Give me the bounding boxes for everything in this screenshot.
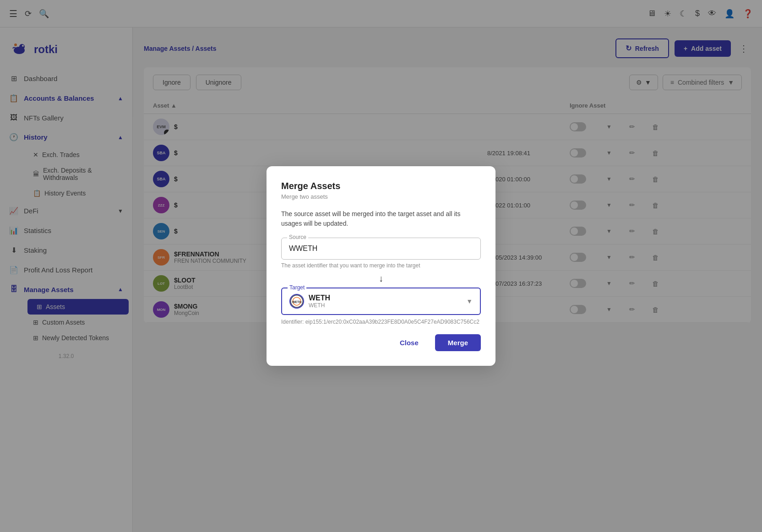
- source-hint: The asset identifier that you want to me…: [281, 262, 481, 269]
- target-chevron-icon: ▼: [466, 298, 473, 305]
- target-symbol: WETH: [309, 302, 462, 309]
- target-field-wrapper[interactable]: Target WETH WETH WETH ▼: [281, 288, 481, 315]
- svg-text:WETH: WETH: [292, 300, 302, 304]
- target-name: WETH: [309, 294, 462, 302]
- modal-title: Merge Assets: [281, 181, 481, 191]
- target-logo: WETH: [289, 294, 304, 309]
- target-info: WETH WETH: [309, 294, 462, 309]
- merge-assets-modal: Merge Assets Merge two assets The source…: [267, 166, 495, 366]
- modal-overlay[interactable]: Merge Assets Merge two assets The source…: [0, 0, 762, 532]
- source-field: Source The asset identifier that you wan…: [281, 238, 481, 269]
- source-field-wrapper: Source: [281, 238, 481, 260]
- merge-arrow-icon: ↓: [281, 273, 481, 284]
- source-label: Source: [287, 234, 308, 240]
- modal-actions: Close Merge: [281, 334, 481, 351]
- source-input[interactable]: [289, 244, 473, 253]
- modal-subtitle: Merge two assets: [281, 193, 481, 200]
- merge-button[interactable]: Merge: [435, 334, 481, 351]
- close-button[interactable]: Close: [389, 334, 430, 351]
- modal-description: The source asset will be merged into the…: [281, 209, 481, 228]
- target-label: Target: [288, 284, 306, 291]
- identifier-text: Identifier: eip155:1/erc20:0xC02aaA39b22…: [281, 319, 481, 325]
- target-field: Target WETH WETH WETH ▼: [281, 288, 481, 315]
